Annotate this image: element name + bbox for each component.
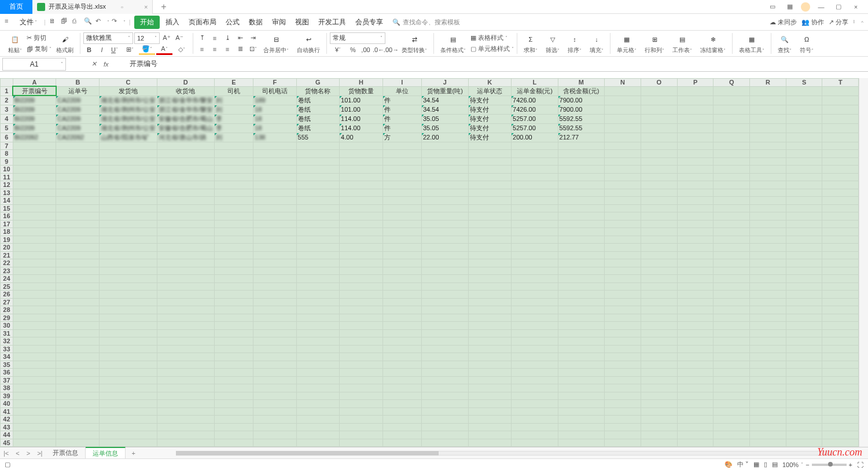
empty-cell[interactable] (253, 407, 297, 416)
data-cell[interactable] (750, 96, 786, 105)
empty-cell[interactable] (605, 337, 641, 346)
empty-cell[interactable] (421, 314, 468, 322)
empty-cell[interactable] (56, 314, 100, 322)
empty-cell[interactable] (558, 228, 605, 236)
sheet-tab-invoice[interactable]: 开票信息 (46, 447, 86, 458)
header-cell[interactable]: 开票编号 (13, 86, 56, 96)
empty-cell[interactable] (296, 244, 340, 252)
spreadsheet-grid[interactable]: ABCDEFGHIJKLMNOPQRST1开票编号运单号发货地收货地司机司机电话… (0, 78, 859, 447)
formula-input[interactable]: 开票编号 (126, 59, 868, 69)
empty-cell[interactable] (786, 416, 822, 424)
empty-cell[interactable] (296, 189, 340, 197)
empty-cell[interactable] (558, 181, 605, 189)
data-cell[interactable]: 李 (214, 123, 253, 133)
empty-cell[interactable] (750, 275, 786, 283)
data-cell[interactable]: 卷纸 (296, 114, 340, 123)
data-cell[interactable]: 555 (296, 133, 340, 142)
empty-cell[interactable] (512, 181, 558, 189)
header-cell[interactable]: 司机 (214, 86, 253, 96)
row-header-43[interactable]: 43 (1, 423, 13, 431)
data-cell[interactable]: 18 (253, 114, 297, 123)
empty-cell[interactable] (296, 181, 340, 189)
empty-cell[interactable] (786, 173, 822, 181)
header-cell[interactable]: 运单金额(元) (512, 86, 558, 96)
empty-cell[interactable] (641, 173, 677, 181)
menu-formula[interactable]: 公式 (222, 16, 243, 29)
empty-cell[interactable] (512, 157, 558, 166)
empty-cell[interactable] (157, 212, 214, 221)
empty-cell[interactable] (786, 244, 822, 252)
select-all-corner[interactable] (1, 79, 13, 87)
empty-cell[interactable] (296, 392, 340, 400)
empty-cell[interactable] (822, 298, 859, 306)
save-as-icon[interactable]: 🗐 (61, 17, 70, 27)
empty-cell[interactable] (468, 337, 512, 346)
header-cell[interactable]: 司机电话 (253, 86, 297, 96)
empty-cell[interactable] (750, 337, 786, 346)
empty-cell[interactable] (750, 282, 786, 291)
file-menu[interactable]: 文件˅ (16, 16, 41, 29)
row-header-17[interactable]: 17 (1, 220, 13, 228)
empty-cell[interactable] (512, 322, 558, 330)
data-cell[interactable]: 114.00 (340, 114, 383, 123)
empty-cell[interactable] (340, 181, 383, 189)
row-header-37[interactable]: 37 (1, 376, 13, 384)
wrap-text-button[interactable]: ↩自动换行 (293, 32, 323, 54)
empty-cell[interactable] (13, 282, 56, 291)
empty-cell[interactable] (641, 369, 677, 377)
empty-cell[interactable] (100, 322, 157, 330)
data-cell[interactable]: 卷纸 (296, 123, 340, 133)
empty-cell[interactable] (214, 337, 253, 346)
header-cell[interactable]: 运单号 (56, 86, 100, 96)
empty-cell[interactable] (822, 407, 859, 416)
col-header-I[interactable]: I (382, 79, 421, 87)
empty-cell[interactable] (641, 423, 677, 431)
side-panel[interactable] (859, 78, 868, 447)
empty-cell[interactable] (253, 267, 297, 275)
data-cell[interactable]: 件 (382, 114, 421, 123)
data-cell[interactable]: 待支付 (468, 123, 512, 133)
undo-icon[interactable]: ↶ (95, 17, 105, 27)
empty-cell[interactable] (468, 314, 512, 322)
menu-member[interactable]: 会员专享 (352, 16, 387, 29)
empty-cell[interactable] (13, 259, 56, 267)
empty-cell[interactable] (157, 392, 214, 400)
empty-cell[interactable] (157, 322, 214, 330)
row-header-34[interactable]: 34 (1, 353, 13, 361)
empty-cell[interactable] (100, 361, 157, 369)
empty-cell[interactable] (214, 267, 253, 275)
empty-cell[interactable] (157, 150, 214, 158)
data-cell[interactable]: 34.54 (421, 96, 468, 105)
empty-cell[interactable] (713, 431, 750, 439)
header-cell[interactable]: 货物名称 (296, 86, 340, 96)
empty-cell[interactable] (214, 251, 253, 259)
empty-cell[interactable] (214, 181, 253, 189)
empty-cell[interactable] (677, 439, 713, 447)
empty-cell[interactable] (605, 392, 641, 400)
empty-cell[interactable] (558, 353, 605, 361)
empty-cell[interactable] (214, 407, 253, 416)
empty-cell[interactable] (253, 384, 297, 392)
empty-cell[interactable] (713, 204, 750, 212)
fullscreen-icon[interactable]: ⛶ (857, 461, 863, 468)
empty-cell[interactable] (214, 384, 253, 392)
empty-cell[interactable] (822, 212, 859, 221)
empty-cell[interactable] (382, 400, 421, 408)
empty-cell[interactable] (641, 345, 677, 353)
empty-cell[interactable] (157, 369, 214, 377)
empty-cell[interactable] (822, 181, 859, 189)
empty-cell[interactable] (750, 407, 786, 416)
empty-cell[interactable] (340, 267, 383, 275)
row-header-22[interactable]: 22 (1, 259, 13, 267)
empty-cell[interactable] (157, 439, 214, 447)
data-cell[interactable]: 7426.00 (512, 105, 558, 114)
empty-cell[interactable] (421, 392, 468, 400)
minimize-icon[interactable]: — (815, 1, 827, 13)
empty-cell[interactable] (421, 251, 468, 259)
align-right-icon[interactable]: ≡ (222, 44, 233, 54)
empty-cell[interactable] (605, 173, 641, 181)
empty-cell[interactable] (56, 361, 100, 369)
row-header-45[interactable]: 45 (1, 439, 13, 447)
empty-cell[interactable] (605, 407, 641, 416)
empty-cell[interactable] (558, 306, 605, 314)
